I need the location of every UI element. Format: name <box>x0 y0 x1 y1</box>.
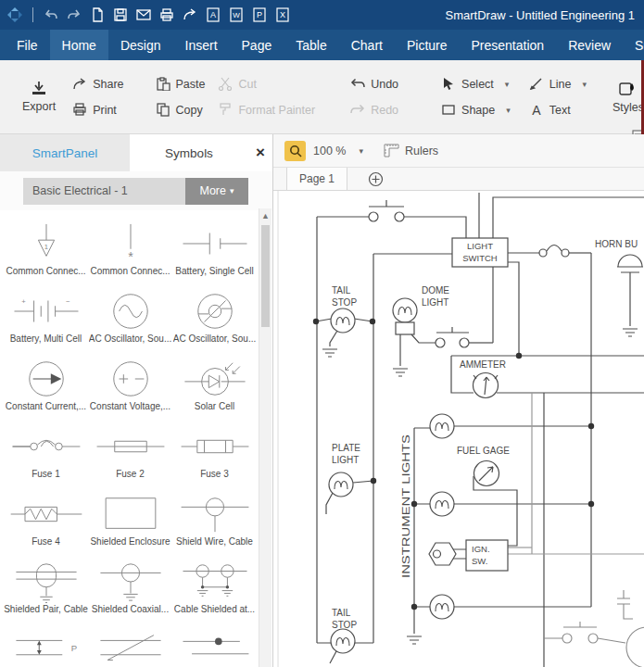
rulers-toggle[interactable]: Rulers <box>384 144 438 157</box>
plate-light-label: PLATE <box>332 443 360 453</box>
menu-page[interactable]: Page <box>230 30 284 60</box>
zoom-level[interactable]: 100 % <box>313 145 346 157</box>
symbol-item[interactable]: Battery, Single Cell <box>172 210 257 278</box>
undo-icon[interactable] <box>44 7 58 22</box>
more-button[interactable]: More▾ <box>185 178 248 205</box>
print-icon <box>72 103 87 117</box>
add-page-icon <box>368 171 384 187</box>
save-icon[interactable] <box>113 7 128 22</box>
email-icon[interactable] <box>136 7 151 22</box>
menu-file[interactable]: File <box>5 30 50 60</box>
pdf-export-icon[interactable]: A <box>206 7 221 22</box>
export-button[interactable]: Export <box>22 60 56 133</box>
menu-table[interactable]: Table <box>284 30 338 60</box>
symbol-item[interactable]: Shielded Coaxial... <box>88 548 172 616</box>
format-painter-button[interactable]: Format Painter <box>218 99 315 121</box>
menu-design[interactable]: Design <box>108 30 173 60</box>
print-icon[interactable] <box>159 7 174 22</box>
close-panel-icon[interactable]: × <box>248 134 272 171</box>
symbol-item[interactable]: Fuse 2 <box>88 413 172 481</box>
line-dropdown-caret[interactable]: ▾ <box>582 80 587 89</box>
scrollbar-thumb[interactable] <box>261 225 270 327</box>
shape-button[interactable]: Shape ▾ <box>441 99 511 121</box>
symbol-item[interactable]: Cable Shielded at... <box>172 548 257 616</box>
styles-icon <box>619 81 637 97</box>
menu-insert[interactable]: Insert <box>173 30 230 60</box>
symbol-item[interactable]: Shielded Pair, Cable <box>4 548 88 616</box>
new-document-icon[interactable] <box>90 7 105 22</box>
add-page-button[interactable] <box>368 168 384 190</box>
undo-button[interactable]: Undo <box>350 73 398 95</box>
symbol-item[interactable]: P <box>4 616 88 667</box>
menu-support[interactable]: Support <box>623 30 644 60</box>
symbol-item[interactable]: AC Oscillator, Sou... <box>88 278 172 346</box>
export-icon <box>31 81 47 96</box>
share-button[interactable]: Share <box>72 73 123 95</box>
key-symbol <box>429 543 456 565</box>
symbol-item[interactable]: Fuse 3 <box>172 413 257 481</box>
symbol-item[interactable] <box>88 616 172 667</box>
menu-review[interactable]: Review <box>556 30 623 60</box>
svg-text:*: * <box>128 249 133 264</box>
smartpanel-sidebar: SmartPanel Symbols × Basic Electrical - … <box>0 134 273 667</box>
tab-smartpanel[interactable]: SmartPanel <box>0 134 130 171</box>
fuse-2-icon <box>92 425 170 468</box>
menu-presentation[interactable]: Presentation <box>460 30 557 60</box>
page-tabs-row: Page 1 <box>273 168 644 191</box>
word-export-icon[interactable]: W <box>229 7 244 22</box>
select-dropdown-caret[interactable]: ▾ <box>505 80 510 89</box>
window-title: SmartDraw - Untitled Engineering 1 <box>446 0 635 30</box>
menu-picture[interactable]: Picture <box>395 30 460 60</box>
panel-scrollbar[interactable]: ▲ <box>259 208 271 667</box>
line-button[interactable]: Line ▾ <box>529 73 587 95</box>
ammeter-gauge <box>474 373 499 398</box>
symbol-item[interactable] <box>172 616 257 667</box>
paste-button[interactable]: Paste <box>156 73 206 95</box>
symbol-item[interactable]: Shield Wire, Cable <box>172 481 257 548</box>
symbol-item[interactable]: Shielded Enclosure <box>88 481 172 548</box>
powerpoint-export-icon[interactable]: P <box>252 7 267 22</box>
ammeter-label: AMMETER <box>460 359 506 370</box>
svg-text:A: A <box>532 103 541 117</box>
symbol-item[interactable]: Solar Cell <box>172 346 257 413</box>
svg-text:P: P <box>70 643 76 653</box>
common-connection-numbered-icon: 1 <box>7 222 85 265</box>
zoom-button[interactable] <box>284 141 306 161</box>
share-icon[interactable] <box>183 7 197 22</box>
tail-stop-bottom-label: STOP <box>332 620 357 630</box>
symbol-item[interactable]: + − Battery, Multi Cell <box>4 278 88 346</box>
redo-icon[interactable] <box>67 7 82 22</box>
svg-text:1: 1 <box>44 243 47 251</box>
symbol-item[interactable]: AC Oscillator, Sou... <box>172 278 257 346</box>
fuse-3-icon <box>176 425 254 468</box>
fuse-4-icon <box>7 493 85 535</box>
symbol-item[interactable]: Constant Voltage,... <box>88 346 172 413</box>
drawing-page[interactable]: LIGHT SWITCH HORN BU TAIL STOP DOME LIGH… <box>273 191 644 667</box>
redo-button[interactable]: Redo <box>350 99 398 121</box>
symbol-item[interactable]: * Common Connec... <box>88 210 172 278</box>
select-button[interactable]: Select ▾ <box>441 73 511 95</box>
smartdraw-window: A W P X SmartDraw - Untitled Engineering… <box>0 0 644 667</box>
symbol-item[interactable]: Constant Current,... <box>4 346 88 413</box>
library-selector[interactable]: Basic Electrical - 1 <box>23 178 185 205</box>
tab-symbols[interactable]: Symbols <box>130 134 248 171</box>
ac-oscillator-source-2-icon <box>176 290 254 333</box>
dome-light-label: DOME <box>422 285 449 296</box>
titlebar-separator <box>32 7 33 22</box>
menu-home[interactable]: Home <box>50 30 108 60</box>
text-button[interactable]: A Text <box>529 99 587 121</box>
shielded-pair-cable-icon <box>7 560 85 603</box>
shape-dropdown-caret[interactable]: ▾ <box>506 106 511 115</box>
scroll-up-icon[interactable]: ▲ <box>259 208 271 220</box>
symbol-item[interactable]: Fuse 4 <box>4 481 88 548</box>
instrument-lamp-3 <box>430 595 454 619</box>
symbol-item[interactable]: Fuse 1 <box>4 413 88 481</box>
copy-button[interactable]: Copy <box>156 99 206 121</box>
zoom-dropdown-caret[interactable]: ▾ <box>359 146 363 156</box>
print-button[interactable]: Print <box>72 99 123 121</box>
excel-export-icon[interactable]: X <box>275 7 290 22</box>
menu-chart[interactable]: Chart <box>339 30 395 60</box>
cut-button[interactable]: Cut <box>218 73 315 95</box>
page-tab[interactable]: Page 1 <box>286 168 347 190</box>
symbol-item[interactable]: 1 Common Connec... <box>4 210 88 278</box>
